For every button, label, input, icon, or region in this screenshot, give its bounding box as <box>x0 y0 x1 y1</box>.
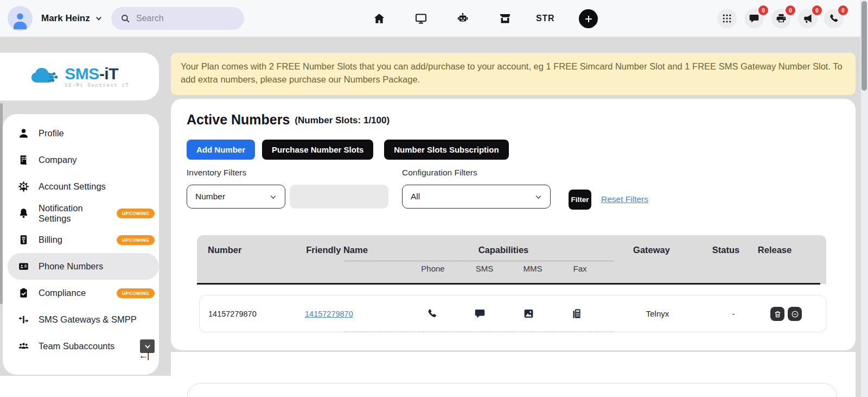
inventory-filters-label: Inventory Filters <box>187 168 246 178</box>
col-release: Release <box>742 245 807 255</box>
subcol-fax: Fax <box>553 264 607 273</box>
delete-number-button[interactable] <box>770 307 784 321</box>
megaphone-button[interactable]: 0 <box>798 9 818 28</box>
sidebar-item-label: Team Subaccounts <box>39 341 114 351</box>
printer-button[interactable]: 0 <box>771 9 791 28</box>
table-row: 14157279870 14157279870 Telnyx - <box>199 295 826 332</box>
sidebar-item-sms-gateways[interactable]: SMS Gateways & SMPP <box>3 306 159 333</box>
sidebar-item-label: Compliance <box>39 288 86 298</box>
upcoming-badge: UPCOMING <box>117 288 155 298</box>
phone-button[interactable]: 0 <box>824 9 844 28</box>
phone-icon <box>828 13 839 24</box>
robot-icon[interactable] <box>456 11 470 26</box>
inventory-filter-input[interactable] <box>290 185 388 209</box>
plan-info-banner: Your Plan comes with 2 FREE Number Slots… <box>171 53 856 95</box>
team-icon <box>17 341 29 352</box>
purchase-number-slots-button[interactable]: Purchase Number Slots <box>262 140 373 160</box>
megaphone-icon <box>802 13 813 24</box>
window-scrollbar-thumb[interactable] <box>861 1 867 91</box>
sidebar-item-compliance[interactable]: Compliance UPCOMING <box>3 280 159 306</box>
home-icon[interactable] <box>372 11 386 26</box>
subcol-phone: Phone <box>406 264 460 273</box>
chevron-down-icon <box>535 193 542 200</box>
billing-icon: $ <box>17 234 29 246</box>
add-number-button[interactable]: Add Number <box>187 140 255 160</box>
col-gateway: Gateway <box>608 245 695 255</box>
sidebar-item-label: Billing <box>39 235 62 245</box>
table-header: Number Friendly Name Capabilities Phone … <box>197 235 826 284</box>
search-icon <box>120 14 130 23</box>
number-slots-subscription-button[interactable]: Number Slots Subscription <box>384 140 508 160</box>
capability-mms-icon <box>522 307 535 320</box>
right-margin-background <box>856 37 860 397</box>
chevron-down-icon <box>144 343 151 350</box>
col-number: Number <box>208 245 241 255</box>
sidebar-item-label: Company <box>39 155 77 165</box>
search-input[interactable] <box>136 14 237 23</box>
inventory-filter-value: Number <box>195 192 225 201</box>
contact-card-icon <box>17 261 29 273</box>
megaphone-badge: 0 <box>812 5 822 15</box>
sidebar-item-label: SMS Gateways & SMPP <box>39 314 137 325</box>
row-status: - <box>701 295 766 332</box>
table-header-rule <box>197 283 820 285</box>
sidebar-item-phone-numbers[interactable]: Phone Numbers <box>8 253 159 280</box>
row-capabilities-divider <box>344 331 614 332</box>
chevron-down-icon <box>270 193 277 200</box>
sidebar-item-company[interactable]: Company <box>3 147 159 173</box>
gateway-icon <box>17 314 29 326</box>
apps-grid-icon <box>722 13 732 24</box>
row-number: 14157279870 <box>208 295 257 332</box>
str-label[interactable]: STR <box>536 0 554 37</box>
upcoming-badge: UPCOMING <box>117 209 155 218</box>
friendly-name-link[interactable]: 14157279870 <box>305 310 353 318</box>
sidebar-item-account-settings[interactable]: Account Settings <box>3 173 159 200</box>
person-icon <box>17 128 29 140</box>
chat-button[interactable]: 0 <box>744 9 764 28</box>
store-icon[interactable] <box>498 11 512 26</box>
plus-icon <box>584 14 593 24</box>
smsit-cloud-logo-icon <box>29 64 61 89</box>
add-button[interactable] <box>579 9 598 28</box>
monitor-icon[interactable] <box>414 11 428 26</box>
configuration-filter-select[interactable]: All <box>402 185 551 209</box>
capability-fax-icon <box>570 307 583 320</box>
brand-name: SMS-iT <box>65 66 129 82</box>
sidebar-item-team-subaccounts[interactable]: Team Subaccounts <box>3 333 159 360</box>
reset-filters-link[interactable]: Reset Filters <box>601 194 648 204</box>
calls-badge: 0 <box>838 5 848 15</box>
printer-icon <box>776 13 787 24</box>
col-capabilities: Capabilities <box>449 245 558 255</box>
search-box[interactable] <box>111 7 244 30</box>
sidebar-item-label: Profile <box>39 128 64 138</box>
collapse-sidebar-icon[interactable]: ←| <box>139 350 148 361</box>
brand-tagline: SE-Mi Sentient iT <box>65 84 129 88</box>
sidebar-item-label: Account Settings <box>39 181 106 192</box>
svg-text:$: $ <box>22 240 24 244</box>
col-friendly-name: Friendly Name <box>283 245 391 255</box>
sidebar-menu: Profile Company Account Settings Notific… <box>3 114 159 375</box>
user-name-label: Mark Heinz <box>41 13 90 24</box>
subcol-mms: MMS <box>506 264 560 273</box>
apps-grid-button[interactable] <box>717 9 737 28</box>
configuration-filters-label: Configuration Filters <box>402 168 477 178</box>
avatar[interactable] <box>8 6 33 31</box>
inventory-filter-select[interactable]: Number <box>187 185 285 209</box>
logo-card: SMS-iT SE-Mi Sentient iT <box>0 53 159 100</box>
filter-button[interactable]: Filter <box>569 190 591 210</box>
printer-badge: 0 <box>786 5 795 15</box>
release-number-button[interactable] <box>788 307 802 321</box>
sidebar-item-label: Phone Numbers <box>39 261 103 272</box>
user-menu[interactable]: Mark Heinz <box>41 0 103 37</box>
sidebar-scrollbar[interactable] <box>0 103 3 304</box>
trash-icon <box>774 310 782 318</box>
next-section-card <box>187 383 837 397</box>
active-numbers-panel: Active Numbers (Number Slots: 1/100) Add… <box>171 99 856 350</box>
chevron-down-icon <box>95 15 103 22</box>
chat-icon <box>749 13 760 24</box>
building-icon <box>17 154 29 166</box>
sidebar-item-profile[interactable]: Profile <box>3 120 159 147</box>
sidebar-item-billing[interactable]: $ Billing UPCOMING <box>3 226 159 253</box>
capability-phone-icon <box>425 307 438 320</box>
sidebar-item-notification-settings[interactable]: Notification Settings UPCOMING <box>3 200 159 226</box>
